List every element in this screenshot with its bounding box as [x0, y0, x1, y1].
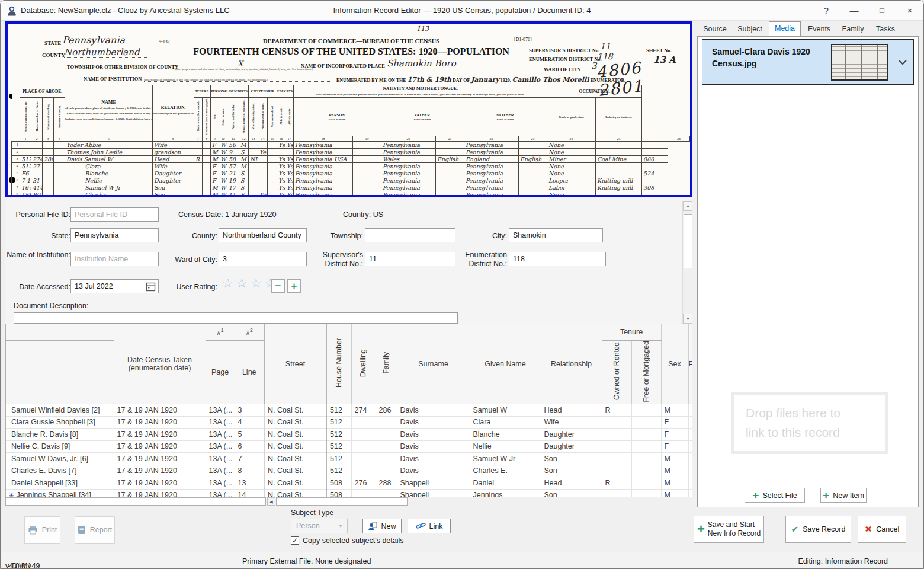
census-relation-group: RELATION. Relationship of this person to…	[153, 85, 194, 136]
ward-input[interactable]: 3	[219, 252, 307, 266]
header-sex[interactable]: Sex	[661, 324, 688, 404]
county-input[interactable]: Northumberland County	[219, 228, 307, 242]
township-label: Township:	[301, 232, 363, 241]
link-subject-button[interactable]: Link	[408, 519, 451, 533]
header-line[interactable]: Line	[235, 340, 264, 404]
tab-source[interactable]: Source	[699, 23, 731, 36]
scan-state-value: Pennsylvania	[62, 34, 145, 46]
tab-events[interactable]: Events	[803, 23, 835, 36]
scan-sheet-label: SHEET No.	[646, 47, 672, 53]
calendar-icon[interactable]	[146, 282, 156, 292]
subject-row[interactable]: Samuel Winfield Davies [2] 17 & 19 JAN 1…	[6, 404, 692, 417]
header-family[interactable]: Family	[376, 324, 397, 404]
header-free-mortgaged[interactable]: Free or Mortgaged	[631, 340, 661, 404]
state-input[interactable]: Pennsylvania	[70, 228, 159, 242]
save-record-button[interactable]: ✔ Save Record	[785, 516, 851, 543]
institution-input[interactable]: Institution Name	[70, 252, 159, 266]
editor-title: Information Record Editor --- 1920 US Ce…	[1, 6, 923, 15]
description-input[interactable]	[14, 312, 458, 324]
supervisor-input[interactable]: 11	[365, 252, 455, 266]
census-rows: 1 Yoder AbbieWife FW 56M YsYs Pennsylvan…	[12, 141, 690, 197]
tab-subject[interactable]: Subject	[733, 23, 767, 36]
media-thumbnail[interactable]	[831, 44, 888, 81]
header-page[interactable]: Page	[206, 340, 235, 404]
editing-mode-text: Editing: Information Record	[798, 557, 888, 565]
cancel-button[interactable]: ✖ Cancel	[858, 516, 906, 543]
table-hscrollbar[interactable]: ◀	[5, 497, 692, 506]
header-relationship[interactable]: Relationship	[541, 324, 602, 404]
township-input[interactable]	[365, 228, 455, 242]
subject-row[interactable]: Daniel Shappell [33] 17 & 19 JAN 1920 13…	[6, 477, 692, 490]
scan-department: DEPARTMENT OF COMMERCE—BUREAU OF THE CEN…	[185, 38, 517, 44]
minimize-icon[interactable]: —	[840, 1, 868, 20]
subject-row[interactable]: Blanche R. Davis [8] 17 & 19 JAN 1920 13…	[6, 429, 692, 441]
country-static: Country: US	[343, 210, 383, 219]
subject-type-label: Subject Type	[291, 509, 333, 517]
tab-family[interactable]: Family	[837, 23, 869, 36]
form-scrollbar-thumb[interactable]	[684, 214, 692, 268]
media-filename: Samuel-Clara Davis 1920 Census.jpg	[712, 46, 836, 69]
header-given-name[interactable]: Given Name	[470, 324, 541, 404]
scroll-left-icon[interactable]: ◀	[267, 497, 275, 506]
census-name-group: NAME of each person whose place of abode…	[65, 85, 153, 136]
header-street[interactable]: Street	[264, 324, 326, 404]
description-label: Document Description:	[14, 302, 88, 310]
subject-row[interactable]: Nellie C. Davis [9] 17 & 19 JAN 1920 13A…	[6, 440, 692, 453]
header-next-partial[interactable]: P	[688, 324, 692, 404]
media-item-card[interactable]: Samuel-Clara Davis 1920 Census.jpg	[702, 39, 914, 85]
scan-supervisor-label: SUPERVISOR'S DISTRICT No.	[529, 47, 599, 53]
ward-label: Ward of City:	[156, 255, 217, 264]
rating-minus-button[interactable]: −	[271, 279, 285, 293]
new-item-button[interactable]: + New Item	[820, 488, 867, 503]
report-button[interactable]: Report	[75, 516, 115, 544]
table-hscrollbar-thumb[interactable]	[276, 497, 408, 506]
census-scan-image[interactable]: 113 STATE Pennsylvania COUNTY Northumber…	[5, 21, 692, 197]
rating-plus-button[interactable]: +	[287, 279, 301, 293]
header-owned-rented[interactable]: Owned or Rented	[602, 340, 631, 404]
file-drop-zone[interactable]: Drop files here to link to this record	[731, 392, 888, 454]
user-rating-stars[interactable]: ☆☆☆☆	[222, 276, 278, 290]
primary-file-text: Primary External File: None designated	[242, 557, 371, 565]
header-name-blank[interactable]	[6, 324, 114, 340]
subject-row[interactable]: Charles E. Davis [7] 17 & 19 JAN 1920 13…	[6, 465, 692, 477]
copy-details-checkbox-row[interactable]: ✓ Copy selected subject's details	[291, 536, 404, 545]
header-page-sort[interactable]: ∧1	[206, 324, 235, 340]
save-and-start-button[interactable]: + Save and Start New Info Record	[694, 516, 764, 543]
form-scrollbar[interactable]: ▲ ▼	[682, 201, 692, 324]
census-row: 8 1F6B0 ——— CharlesSon MW 11S Yes YsYs P…	[12, 191, 690, 197]
header-date[interactable]: Date Census Taken (enumeration date)	[114, 324, 206, 404]
header-surname[interactable]: Surname	[397, 324, 470, 404]
scan-page-number: 113	[416, 25, 429, 33]
tab-media[interactable]: Media	[769, 21, 801, 36]
city-input[interactable]: Shamokin	[509, 228, 603, 242]
select-file-button[interactable]: + Select File	[745, 488, 805, 503]
date-accessed-input[interactable]: 13 Jul 2022	[70, 279, 159, 293]
personal-file-id-input[interactable]: Personal File ID	[70, 207, 159, 222]
header-line-sort[interactable]: ∧2	[235, 324, 264, 340]
help-icon[interactable]: ?	[813, 1, 840, 20]
scroll-down-icon[interactable]: ▼	[683, 314, 692, 324]
tab-tasks[interactable]: Tasks	[871, 23, 900, 36]
county-label: County:	[156, 232, 217, 241]
enumeration-input[interactable]: 118	[509, 252, 606, 266]
check-icon: ✔	[791, 524, 799, 535]
census-nativity-group: NATIVITY AND MOTHER TONGUE. Place of bir…	[294, 85, 547, 98]
subject-type-dropdown[interactable]: Person ▼	[291, 519, 348, 533]
maximize-icon[interactable]: □	[868, 1, 896, 20]
subject-row[interactable]: ✳Jennings Shappell [34] 17 & 19 JAN 1920…	[6, 489, 692, 497]
scroll-up-icon[interactable]: ▲	[683, 201, 692, 211]
header-house-number[interactable]: House Number	[326, 324, 351, 404]
close-icon[interactable]: ×	[896, 1, 923, 20]
header-dwelling[interactable]: Dwelling	[351, 324, 376, 404]
scan-place-label: NAME OF INCORPORATED PLACE	[301, 63, 385, 69]
census-row: 7 16+4142 ——— Samuel W JrSon MW 17S YsYs…	[12, 184, 690, 191]
new-subject-button[interactable]: New	[362, 519, 402, 533]
subject-row[interactable]: Clara Gussie Shopbell [3] 17 & 19 JAN 19…	[6, 416, 692, 429]
checkbox-checked-icon[interactable]: ✓	[291, 536, 299, 545]
print-button[interactable]: Print	[24, 516, 60, 544]
chevron-down-icon[interactable]	[898, 59, 907, 66]
scan-institution-note: [Insert name of institution, if any, and…	[144, 78, 333, 82]
header-name-blank2[interactable]	[6, 340, 114, 404]
subject-row[interactable]: Samuel W Davis, Jr. [6] 17 & 19 JAN 1920…	[6, 453, 692, 465]
header-tenure-group[interactable]: Tenure	[602, 324, 661, 340]
